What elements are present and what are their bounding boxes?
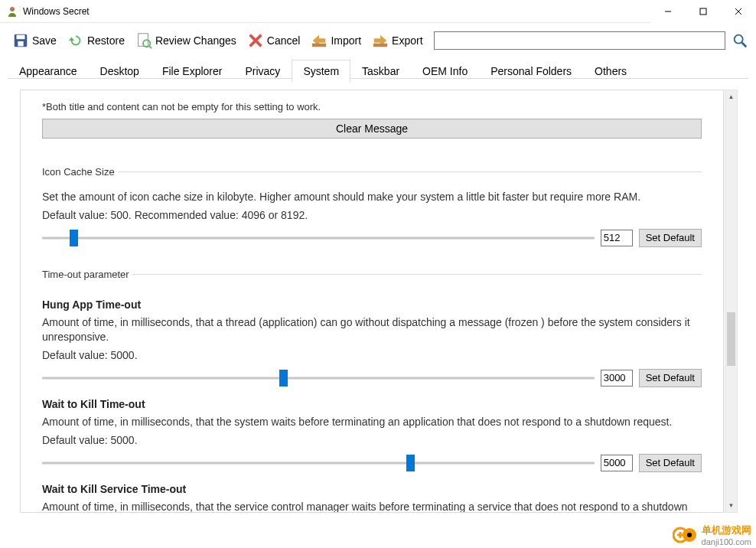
review-icon bbox=[135, 32, 152, 49]
title-bar: Windows Secret bbox=[0, 0, 756, 23]
review-button[interactable]: Review Changes bbox=[131, 29, 241, 52]
export-button[interactable]: Export bbox=[367, 29, 427, 52]
hung-desc: Amount of time, in milliseconds, that a … bbox=[42, 315, 702, 344]
window-title: Windows Secret bbox=[23, 6, 650, 17]
import-label: Import bbox=[331, 34, 361, 47]
import-icon bbox=[311, 32, 327, 49]
scroll-up-arrow[interactable]: ▲ bbox=[725, 90, 737, 103]
cancel-icon bbox=[247, 32, 264, 49]
tab-system[interactable]: System bbox=[292, 60, 350, 83]
svc-desc: Amount of time, in milliseconds, that th… bbox=[42, 500, 702, 512]
svg-point-15 bbox=[735, 35, 743, 44]
svc-title: Wait to Kill Service Time-out bbox=[42, 483, 702, 495]
slider-thumb[interactable] bbox=[406, 455, 415, 471]
search-input[interactable] bbox=[434, 31, 725, 50]
tab-desktop[interactable]: Desktop bbox=[89, 60, 151, 83]
save-button[interactable]: Save bbox=[8, 29, 61, 52]
icon-cache-default: Default value: 500. Recommended value: 4… bbox=[42, 209, 702, 221]
tab-others[interactable]: Others bbox=[583, 60, 638, 83]
kill-title: Wait to Kill Time-out bbox=[42, 398, 702, 410]
tab-taskbar[interactable]: Taskbar bbox=[350, 60, 411, 83]
import-button[interactable]: Import bbox=[306, 29, 366, 52]
tab-strip: Appearance Desktop File Explorer Privacy… bbox=[0, 60, 756, 83]
icon-cache-slider[interactable] bbox=[42, 231, 595, 245]
scroll-down-arrow[interactable]: ▼ bbox=[725, 499, 737, 512]
watermark-cn: 单机游戏网 bbox=[702, 524, 751, 537]
export-icon bbox=[372, 32, 389, 49]
clear-message-button[interactable]: Clear Message bbox=[42, 119, 702, 139]
svg-rect-2 bbox=[700, 8, 706, 15]
restore-button[interactable]: Restore bbox=[63, 29, 129, 52]
cancel-label: Cancel bbox=[267, 34, 301, 47]
icon-cache-legend: Icon Cache Size bbox=[42, 166, 118, 178]
save-label: Save bbox=[32, 34, 57, 47]
kill-value[interactable] bbox=[601, 455, 633, 471]
app-icon bbox=[6, 5, 18, 18]
tab-privacy[interactable]: Privacy bbox=[233, 60, 292, 83]
cancel-button[interactable]: Cancel bbox=[243, 29, 305, 52]
review-label: Review Changes bbox=[155, 34, 236, 47]
toolbar: Save Restore Review Changes Cancel Impor… bbox=[0, 23, 756, 55]
scroll-area[interactable]: *Both title and content can not be empty… bbox=[21, 90, 723, 512]
watermark-en: danji100.com bbox=[702, 537, 751, 546]
timeout-legend: Time-out parameter bbox=[42, 269, 132, 280]
hung-value[interactable] bbox=[601, 370, 633, 387]
kill-set-default[interactable]: Set Default bbox=[639, 454, 702, 472]
timeout-group: Time-out parameter Hung App Time-out Amo… bbox=[42, 269, 702, 512]
note-text: *Both title and content can not be empty… bbox=[42, 101, 702, 113]
hung-title: Hung App Time-out bbox=[42, 298, 702, 311]
icon-cache-group: Icon Cache Size Set the amount of icon c… bbox=[42, 166, 702, 250]
svg-rect-13 bbox=[312, 44, 326, 47]
tab-file-explorer[interactable]: File Explorer bbox=[151, 60, 234, 83]
kill-desc: Amount of time, in milliseconds, that th… bbox=[42, 415, 702, 429]
svg-rect-6 bbox=[17, 35, 25, 40]
content-panel: *Both title and content can not be empty… bbox=[20, 90, 724, 513]
window-controls bbox=[650, 0, 756, 23]
svg-point-19 bbox=[687, 533, 692, 537]
icon-cache-set-default[interactable]: Set Default bbox=[639, 229, 702, 247]
maximize-button[interactable] bbox=[686, 0, 721, 23]
icon-cache-value[interactable] bbox=[601, 230, 633, 246]
svg-point-0 bbox=[10, 7, 15, 11]
tab-personal-folders[interactable]: Personal Folders bbox=[479, 60, 583, 83]
kill-slider[interactable] bbox=[42, 456, 595, 470]
tab-appearance[interactable]: Appearance bbox=[8, 60, 89, 83]
vertical-scrollbar[interactable]: ▲ ▼ bbox=[725, 90, 738, 513]
watermark: 单机游戏网 danji100.com bbox=[673, 524, 751, 546]
slider-thumb[interactable] bbox=[70, 230, 78, 246]
svg-rect-14 bbox=[373, 44, 387, 47]
svg-line-10 bbox=[149, 46, 152, 48]
save-icon bbox=[12, 32, 29, 49]
close-button[interactable] bbox=[721, 0, 756, 23]
kill-default: Default value: 5000. bbox=[42, 434, 702, 446]
restore-label: Restore bbox=[87, 34, 125, 47]
search-icon[interactable] bbox=[732, 32, 748, 49]
svg-line-16 bbox=[742, 43, 747, 47]
tab-oem-info[interactable]: OEM Info bbox=[411, 60, 479, 83]
export-label: Export bbox=[392, 34, 422, 47]
hung-set-default[interactable]: Set Default bbox=[639, 369, 702, 387]
watermark-icon bbox=[673, 524, 699, 546]
restore-icon bbox=[67, 32, 84, 49]
slider-thumb[interactable] bbox=[279, 370, 288, 387]
hung-default: Default value: 5000. bbox=[42, 349, 702, 361]
hung-slider[interactable] bbox=[42, 371, 595, 385]
minimize-button[interactable] bbox=[650, 0, 686, 23]
icon-cache-desc: Set the amount of icon cache size in kil… bbox=[42, 190, 702, 204]
scrollbar-thumb[interactable] bbox=[727, 312, 735, 366]
svg-rect-7 bbox=[18, 41, 23, 46]
